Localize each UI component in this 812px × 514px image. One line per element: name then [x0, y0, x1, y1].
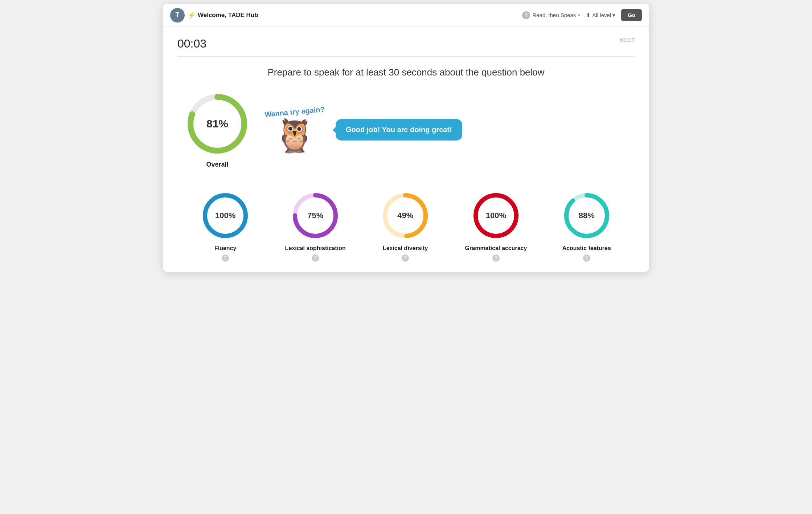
owl-section: Wanna try again? 🦉 Good job! You are doi…	[264, 108, 462, 152]
gram-acc-percent: 100%	[486, 211, 506, 220]
lex-div-percent: 49%	[397, 211, 413, 220]
acoustic-label: Acoustic features	[562, 245, 611, 252]
header-right: ? Read, then Speak ▾ ⬆ All level ▾ Go	[522, 9, 642, 21]
overall-label: Overall	[206, 161, 228, 168]
score-grammatical-accuracy: 100% Grammatical accuracy ?	[465, 190, 527, 262]
sub-scores: 100% Fluency ? 75% Lexical sophisticatio…	[177, 190, 635, 262]
gram-acc-label: Grammatical accuracy	[465, 245, 527, 252]
mode-label: Read, then Speak	[532, 12, 576, 18]
main-content: 00:03 #0007 Prepare to speak for at leas…	[163, 27, 649, 272]
mode-question-icon: ?	[522, 11, 530, 19]
score-fluency: 100% Fluency ?	[200, 190, 251, 262]
speech-bubble: Good job! You are doing great!	[336, 119, 462, 140]
lex-soph-percent: 75%	[307, 211, 323, 220]
question-id: #0007	[619, 37, 635, 43]
acoustic-ring: 88%	[561, 190, 612, 241]
score-lexical-diversity: 49% Lexical diversity ?	[380, 190, 431, 262]
gram-acc-ring: 100%	[471, 190, 521, 241]
avatar: T	[170, 8, 185, 23]
owl-image: 🦉	[274, 119, 315, 152]
overall-score: 81% Overall	[185, 91, 250, 168]
fluency-help-icon[interactable]: ?	[222, 254, 229, 262]
lex-soph-ring: 75%	[290, 190, 341, 241]
level-chevron-icon: ▾	[612, 12, 615, 19]
level-selector[interactable]: ⬆ All level ▾	[586, 12, 615, 19]
fluency-label: Fluency	[214, 245, 236, 252]
mode-selector[interactable]: ? Read, then Speak ▾	[522, 11, 580, 19]
fluency-ring: 100%	[200, 190, 251, 241]
top-bar: 00:03 #0007	[177, 37, 635, 50]
mode-chevron-icon: ▾	[578, 13, 580, 18]
lex-div-label: Lexical diversity	[383, 245, 428, 252]
instruction: Prepare to speak for at least 30 seconds…	[177, 67, 635, 78]
wanna-try-text: Wanna try again?	[264, 105, 325, 119]
acoustic-help-icon[interactable]: ?	[583, 254, 590, 262]
level-label: All level	[592, 12, 611, 18]
speech-text: Good job! You are doing great!	[346, 126, 452, 134]
lex-div-help-icon[interactable]: ?	[402, 254, 409, 262]
header-title: Welcome, TADE Hub	[198, 12, 522, 19]
overall-percent: 81%	[206, 118, 228, 130]
divider	[177, 56, 635, 57]
acoustic-percent: 88%	[579, 211, 595, 220]
score-acoustic-features: 88% Acoustic features ?	[561, 190, 612, 262]
header: T ⚡ Welcome, TADE Hub ? Read, then Speak…	[163, 4, 649, 27]
owl-container: Wanna try again? 🦉	[264, 108, 325, 152]
score-lexical-sophistication: 75% Lexical sophistication ?	[285, 190, 346, 262]
fluency-percent: 100%	[215, 211, 235, 220]
score-section: 81% Overall Wanna try again? 🦉 Good job!…	[177, 91, 635, 168]
level-up-icon: ⬆	[586, 12, 591, 19]
lightning-icon: ⚡	[188, 11, 196, 19]
overall-ring: 81%	[185, 91, 250, 156]
go-button[interactable]: Go	[621, 9, 642, 21]
gram-acc-help-icon[interactable]: ?	[492, 254, 500, 262]
app-window: T ⚡ Welcome, TADE Hub ? Read, then Speak…	[163, 4, 649, 272]
lex-div-ring: 49%	[380, 190, 431, 241]
lex-soph-label: Lexical sophistication	[285, 245, 346, 252]
timer: 00:03	[177, 37, 206, 50]
lex-soph-help-icon[interactable]: ?	[312, 254, 319, 262]
